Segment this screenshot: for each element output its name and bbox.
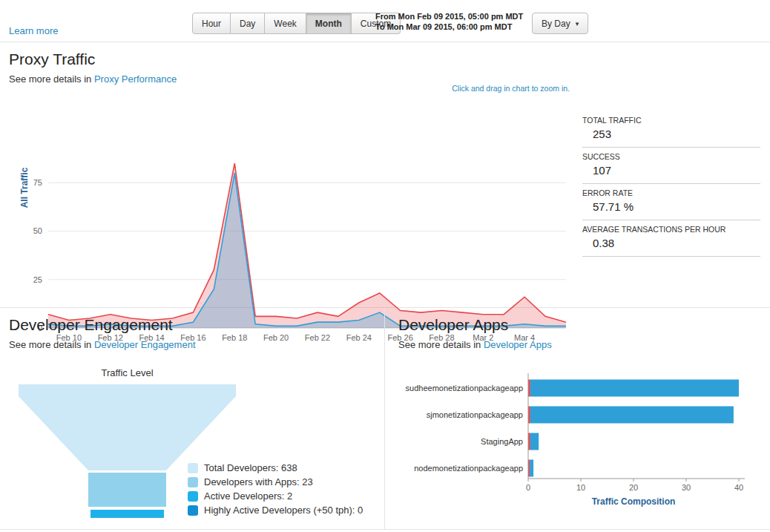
svg-text:75: 75 — [33, 178, 42, 187]
developer-apps-chart[interactable]: sudheemonetizationpackageappsjmonetizati… — [392, 373, 763, 514]
range-button-hour[interactable]: Hour — [192, 13, 231, 34]
to-date-label: To Mon Mar 09 2015, 06:00 pm MDT — [375, 22, 523, 32]
stat-label: SUCCESS — [582, 152, 760, 161]
range-button-group: HourDayWeekMonthCustom — [192, 13, 401, 34]
svg-text:0: 0 — [526, 483, 530, 492]
legend-label: Developers with Apps: 23 — [204, 476, 313, 487]
legend-item: Highly Active Developers (+50 tph): 0 — [188, 503, 363, 517]
details-prefix: See more details in — [9, 73, 91, 85]
svg-text:20: 20 — [629, 483, 638, 492]
stat-value: 57.71 % — [582, 200, 760, 213]
proxy-traffic-section: Proxy Traffic See more details in Proxy … — [0, 42, 770, 308]
from-date-label: From Mon Feb 09 2015, 05:00 pm MDT — [375, 11, 523, 22]
funnel-legend: Total Developers: 638Developers with App… — [188, 461, 363, 517]
stat-value: 253 — [582, 128, 760, 140]
developer-apps-link[interactable]: Developer Apps — [484, 339, 552, 350]
svg-text:Traffic Composition: Traffic Composition — [592, 496, 676, 507]
legend-item: Active Developers: 2 — [188, 489, 363, 503]
legend-swatch-icon — [188, 477, 198, 487]
zoom-hint: Click and drag in chart to zoom in. — [399, 84, 570, 93]
legend-item: Total Developers: 638 — [188, 461, 363, 475]
details-prefix: See more details in — [398, 339, 481, 350]
svg-text:sjmonetizationpackageapp: sjmonetizationpackageapp — [427, 410, 523, 419]
legend-item: Developers with Apps: 23 — [188, 475, 363, 489]
date-range-text: From Mon Feb 09 2015, 05:00 pm MDT To Mo… — [375, 11, 523, 32]
stat-label: TOTAL TRAFFIC — [582, 116, 760, 125]
stat-value: 0.38 — [582, 237, 760, 249]
by-day-label: By Day — [542, 19, 570, 29]
legend-label: Active Developers: 2 — [204, 490, 292, 502]
stat-error-rate: ERROR RATE57.71 % — [582, 184, 760, 220]
stat-label: ERROR RATE — [582, 188, 760, 197]
legend-label: Highly Active Developers (+50 tph): 0 — [204, 505, 363, 516]
proxy-traffic-title: Proxy Traffic — [9, 50, 95, 68]
dashboard-page: Learn more HourDayWeekMonthCustom From M… — [0, 0, 770, 532]
bottom-sections: Developer Engagement See more details in… — [0, 308, 770, 530]
legend-label: Total Developers: 638 — [204, 462, 297, 473]
svg-text:nodemonetizationpackageapp: nodemonetizationpackageapp — [414, 464, 523, 473]
developer-engagement-subtitle: See more details in Developer Engagement — [9, 339, 196, 350]
svg-text:StagingApp: StagingApp — [481, 437, 523, 446]
proxy-performance-link[interactable]: Proxy Performance — [94, 73, 177, 85]
developer-engagement-title: Developer Engagement — [9, 316, 173, 334]
developer-apps-title: Developer Apps — [398, 316, 508, 334]
legend-swatch-icon — [188, 505, 198, 516]
svg-text:50: 50 — [33, 226, 42, 235]
by-day-dropdown[interactable]: By Day ▾ — [532, 13, 588, 34]
caret-down-icon: ▾ — [576, 20, 579, 27]
svg-text:30: 30 — [682, 483, 691, 492]
details-prefix: See more details in — [9, 339, 91, 350]
legend-swatch-icon — [188, 491, 198, 502]
traffic-stats: TOTAL TRAFFIC253SUCCESS107ERROR RATE57.7… — [582, 111, 760, 257]
learn-more-link[interactable]: Learn more — [9, 25, 58, 36]
svg-text:40: 40 — [734, 483, 743, 492]
proxy-traffic-subtitle: See more details in Proxy Performance — [9, 73, 177, 85]
svg-text:10: 10 — [576, 483, 585, 492]
topbar: Learn more HourDayWeekMonthCustom From M… — [0, 0, 770, 42]
legend-swatch-icon — [188, 463, 198, 473]
range-button-week[interactable]: Week — [265, 13, 306, 34]
funnel-title: Traffic Level — [19, 367, 236, 378]
developer-apps-section: Developer Apps See more details in Devel… — [384, 308, 770, 529]
developer-apps-subtitle: See more details in Developer Apps — [398, 339, 552, 350]
stat-average-transactions-per-hour: AVERAGE TRANSACTIONS PER HOUR0.38 — [582, 220, 760, 257]
range-button-day[interactable]: Day — [231, 13, 265, 34]
stat-success: SUCCESS107 — [582, 148, 760, 184]
developer-engagement-link[interactable]: Developer Engagement — [94, 339, 196, 350]
stat-value: 107 — [582, 164, 760, 177]
stat-total-traffic: TOTAL TRAFFIC253 — [582, 111, 760, 148]
svg-text:25: 25 — [33, 275, 42, 284]
developer-engagement-section: Developer Engagement See more details in… — [0, 308, 384, 529]
range-button-month[interactable]: Month — [306, 13, 352, 34]
svg-text:sudheemonetizationpackageapp: sudheemonetizationpackageapp — [406, 384, 523, 393]
stat-label: AVERAGE TRANSACTIONS PER HOUR — [582, 225, 760, 234]
